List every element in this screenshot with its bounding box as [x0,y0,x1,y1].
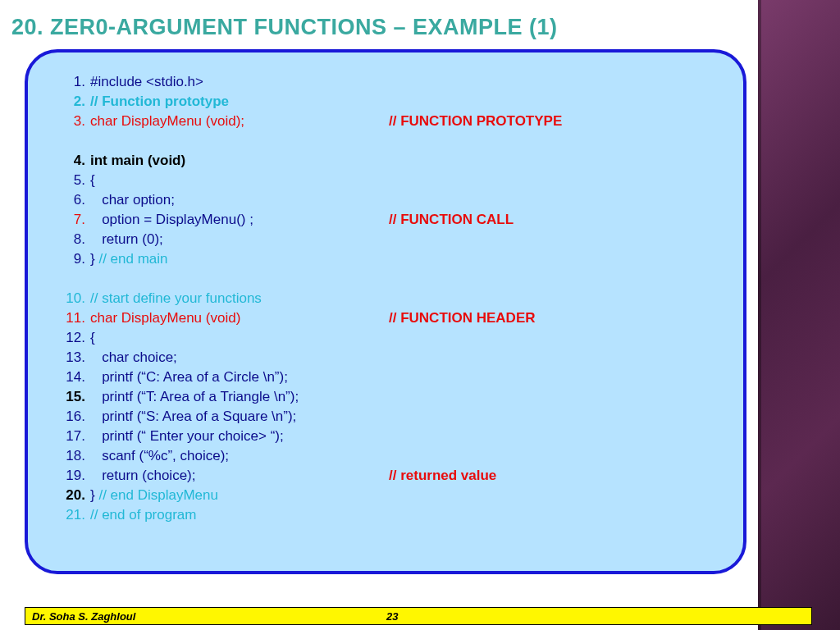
code-line: 13. char choice; [56,348,715,368]
code-line: 18. scanf (“%c”, choice); [56,446,715,466]
code-line: 4.int main (void) [56,151,715,171]
code-line: 8. return (0); [56,230,715,249]
code-line: 6. char option; [56,190,715,210]
title-number: 20. [11,15,43,39]
code-line: 11.char DisplayMenu (void)// FUNCTION HE… [56,308,715,328]
code-line: 15. printf (“T: Area of a Triangle \n”); [56,387,715,407]
title-text: ZER0-ARGUMENT FUNCTIONS – EXAMPLE (1) [43,15,558,39]
code-container: 1.#include <stdio.h> 2.// Function proto… [25,49,746,574]
slide-title: 20. ZER0-ARGUMENT FUNCTIONS – EXAMPLE (1… [11,15,558,40]
slide-side-decoration [758,0,840,630]
code-line: 14. printf (“C: Area of a Circle \n”); [56,368,715,387]
code-line: 12.{ [56,328,715,348]
code-line: 1.#include <stdio.h> [56,72,715,92]
code-line: 16. printf (“S: Area of a Square \n”); [56,407,715,427]
code-line: 9.} // end main [56,249,715,269]
footer-page-number: 23 [386,610,398,623]
code-line: 20.} // end DisplayMenu [56,486,715,505]
footer-bar: Dr. Soha S. Zaghloul 23 [25,607,812,625]
code-line: 10.// start define your functions [56,289,715,308]
code-line: 2.// Function prototype [56,92,715,112]
code-line: 7. option = DisplayMenu() ;// FUNCTION C… [56,210,715,230]
footer-author: Dr. Soha S. Zaghloul [25,610,386,623]
code-line: 19. return (choice);// returned value [56,466,715,486]
code-line: 5.{ [56,171,715,190]
code-line: 21.// end of program [56,505,715,525]
code-line: 3.char DisplayMenu (void);// FUNCTION PR… [56,112,715,131]
code-line: 17. printf (“ Enter your choice> “); [56,427,715,446]
